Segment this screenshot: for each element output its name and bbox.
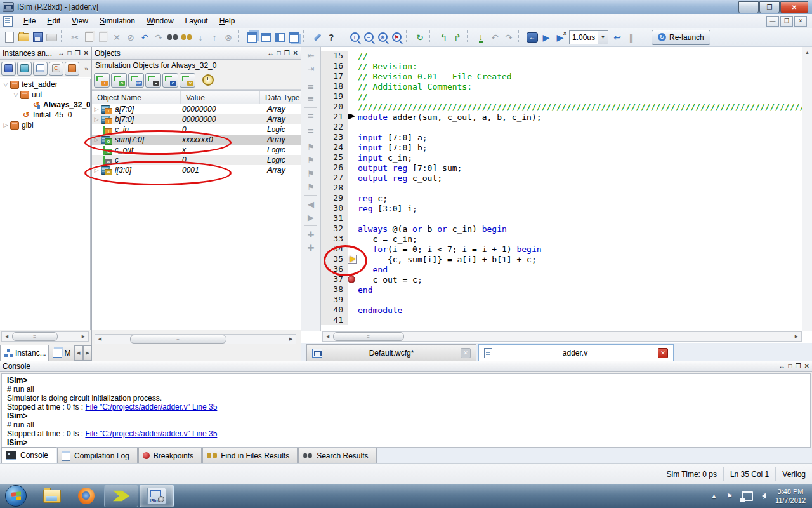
filter-io-button[interactable]: I/O xyxy=(128,73,144,88)
indent-icon[interactable]: ⇥ xyxy=(304,63,317,74)
undo-button[interactable]: ↶ xyxy=(138,30,152,44)
code-line-20[interactable]: 20//////////////////////////////////////… xyxy=(321,102,802,112)
panel-maximize-icon[interactable]: □ xyxy=(68,50,72,57)
panel-maximize-icon[interactable]: □ xyxy=(789,363,792,370)
tree-item-glbl[interactable]: ▷glbl xyxy=(0,120,90,130)
expander-icon[interactable]: ▽ xyxy=(1,81,10,88)
expander-icon[interactable]: ▷ xyxy=(1,122,10,128)
nav-back-icon[interactable]: ◀ xyxy=(304,198,317,210)
menu-view[interactable]: View xyxy=(66,15,94,27)
source-filter-button[interactable] xyxy=(33,62,48,76)
nav-forward-button[interactable]: ↷ xyxy=(502,30,516,44)
code-line-26[interactable]: 26output reg [7:0] sum; xyxy=(321,163,802,173)
code-line-33[interactable]: 33 c = c_in; xyxy=(321,234,802,244)
instance-filter-button[interactable] xyxy=(1,62,16,76)
panel-close-icon[interactable]: ✕ xyxy=(804,363,809,370)
zoom-to-marker-button[interactable]: ⚑ xyxy=(390,30,403,44)
goto-def-icon[interactable]: ≣ xyxy=(304,110,317,122)
taskbar-firefox-button[interactable] xyxy=(70,485,103,507)
code-line-40[interactable]: 40endmodule xyxy=(321,305,802,315)
code-line-36[interactable]: 36 end xyxy=(321,264,802,274)
tab-breakpoints[interactable]: Breakpoints xyxy=(138,448,202,463)
bookmark-prev-icon[interactable]: ⚑ xyxy=(304,168,317,179)
tree-item-always_32_0[interactable]: ↺Always_32_0 xyxy=(0,100,90,110)
step-button[interactable]: ↓ xyxy=(474,30,488,44)
stop-button[interactable]: ⊗ xyxy=(221,30,235,44)
instances-hscrollbar[interactable]: ◀ ≡ ▶ xyxy=(1,331,89,342)
editor-vscrollbar[interactable]: ▲ xyxy=(802,47,812,331)
nav-forward-icon[interactable]: ▶ xyxy=(304,211,317,223)
tab-close-icon[interactable]: ✕ xyxy=(658,348,668,358)
print-button[interactable] xyxy=(44,30,58,44)
rerun-button[interactable]: ↩ xyxy=(610,30,624,44)
code-line-34[interactable]: 34 for(i = 0; i < 7; i = i + 1) begin xyxy=(321,244,802,254)
filter-int-button[interactable]: ● xyxy=(145,73,161,88)
filter-o-button[interactable]: O xyxy=(111,73,127,88)
run-time-combo[interactable]: 1.00us ▼ xyxy=(569,30,608,44)
code-line-25[interactable]: 25input c_in; xyxy=(321,152,802,163)
outdent-icon[interactable]: ⇤ xyxy=(304,50,317,61)
tab-compilation-log[interactable]: Compilation Log xyxy=(57,448,138,463)
code-line-32[interactable]: 32always @(a or b or c_in) begin xyxy=(321,224,802,234)
tile-vertical-button[interactable] xyxy=(273,30,287,44)
editor-tab-adderv[interactable]: adder.v✕ xyxy=(478,344,674,361)
pan-all-icon[interactable]: ✚ xyxy=(304,242,317,253)
bookmark-toggle-icon[interactable]: ⚑ xyxy=(304,141,317,152)
panel-tab-m[interactable]: M xyxy=(48,345,74,361)
new-file-button[interactable] xyxy=(3,30,16,44)
object-row-sum70[interactable]: ▷Osum[7:0]xxxxxxx0Array xyxy=(92,135,301,145)
panel-close-icon[interactable]: ✕ xyxy=(84,50,89,57)
object-row-c[interactable]: Wc0Logic xyxy=(92,155,301,165)
object-row-a70[interactable]: ▷Ia[7:0]00000000Array xyxy=(92,104,301,114)
console-output[interactable]: ISim># run allSimulator is doing circuit… xyxy=(1,373,811,448)
tree-item-uut[interactable]: ▽uut xyxy=(0,90,90,100)
code-line-37[interactable]: 37 c_out = c; xyxy=(321,274,802,284)
code-line-29[interactable]: 29reg c; xyxy=(321,193,802,203)
mdi-minimize-button[interactable]: — xyxy=(766,16,779,27)
object-row-c_in[interactable]: Ic_in0Logic xyxy=(92,124,301,135)
paste-button[interactable] xyxy=(96,30,110,44)
find-in-files-button[interactable] xyxy=(180,30,193,44)
row-expander-icon[interactable]: ▷ xyxy=(92,137,101,143)
whats-this-button[interactable]: ? xyxy=(324,30,338,44)
line-numbers-icon[interactable]: ≣ xyxy=(304,93,317,105)
toolbar-overflow-chevron[interactable]: » xyxy=(84,65,90,72)
process-filter-button[interactable]: C xyxy=(49,62,63,76)
panel-dock-icon[interactable]: ❐ xyxy=(75,50,81,57)
menu-window[interactable]: Window xyxy=(141,15,180,27)
code-line-24[interactable]: 24input [7:0] b; xyxy=(321,142,802,152)
filter-c-button[interactable]: C xyxy=(162,73,178,88)
reload-button[interactable]: ↻ xyxy=(413,30,427,44)
find-prev-button[interactable]: ↑ xyxy=(207,30,221,44)
panel-dock-icon[interactable]: ❐ xyxy=(796,363,801,370)
goto-next-button[interactable]: ↱ xyxy=(450,30,464,44)
code-line-28[interactable]: 28 xyxy=(321,183,802,193)
current-line-marker-icon[interactable] xyxy=(348,255,357,264)
document-system-icon[interactable] xyxy=(3,16,13,27)
panel-float-icon[interactable]: ↔ xyxy=(268,50,274,57)
find-next-button[interactable]: ↓ xyxy=(193,30,207,44)
editor-tab-defaultwcfg[interactable]: Default.wcfg*✕ xyxy=(306,344,476,361)
tray-expand-icon[interactable]: ▲ xyxy=(710,492,717,500)
entry-marker-icon[interactable] xyxy=(348,114,356,119)
taskbar-explorer-button[interactable] xyxy=(36,485,69,507)
code-line-38[interactable]: 38end xyxy=(321,284,802,295)
row-expander-icon[interactable]: ▷ xyxy=(92,106,101,112)
spin-right-button[interactable]: ▶ xyxy=(83,345,92,361)
console-link[interactable]: File "C:/projects/adder/adder.v" Line 35 xyxy=(85,429,217,438)
code-line-15[interactable]: 15// xyxy=(321,51,802,61)
start-button[interactable] xyxy=(5,485,27,507)
code-line-39[interactable]: 39 xyxy=(321,295,802,305)
tile-horizontal-button[interactable] xyxy=(259,30,273,44)
column-object-name[interactable]: Object Name xyxy=(92,91,181,105)
layered-windows-button[interactable] xyxy=(287,30,301,44)
filter-v-button[interactable]: V xyxy=(180,73,195,88)
bookmark-clear-icon[interactable]: ⚑ xyxy=(304,181,317,192)
scroll-right-icon[interactable]: ▶ xyxy=(286,335,296,344)
scroll-up-icon[interactable]: ▲ xyxy=(803,48,812,57)
column-data-type[interactable]: Data Type xyxy=(260,91,301,105)
taskbar-ise-button[interactable] xyxy=(104,485,138,507)
delete-button[interactable]: ✕ xyxy=(110,30,124,44)
run-all-button[interactable]: ▶ xyxy=(539,30,553,44)
object-row-i30[interactable]: ▷Wi[3:0]0001Array xyxy=(92,165,301,175)
